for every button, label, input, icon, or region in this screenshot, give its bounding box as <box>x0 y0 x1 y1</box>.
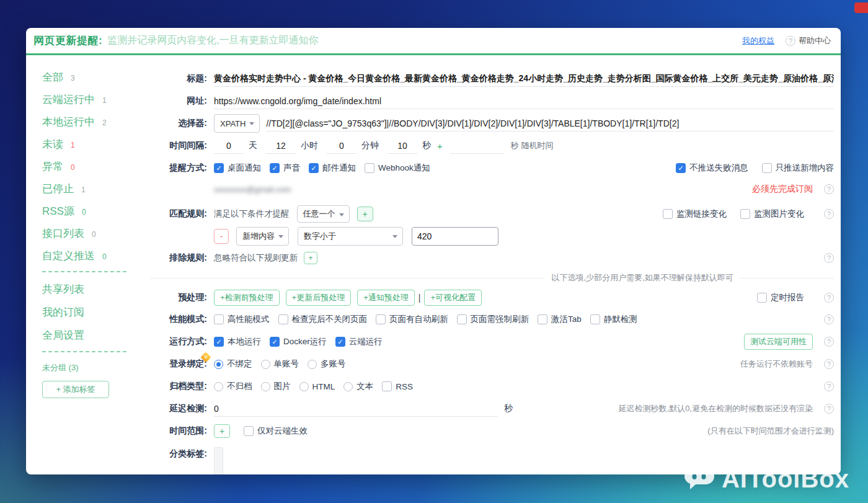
condition-operator-select[interactable]: 数字小于 <box>298 227 403 246</box>
help-icon[interactable]: ? <box>824 337 834 347</box>
no-binding-option[interactable]: 不绑定 <box>214 358 252 370</box>
cloud-run-option[interactable]: 云端运行 <box>335 336 383 347</box>
desktop-notify-option[interactable]: 桌面通知 <box>214 162 261 174</box>
multi-account-option[interactable]: 多账号 <box>308 358 346 370</box>
add-random-icon[interactable]: + <box>437 141 443 151</box>
checkbox-icon[interactable] <box>214 337 224 347</box>
rss-archive-option[interactable]: RSS <box>382 381 413 391</box>
interval-seconds-input[interactable] <box>388 138 417 154</box>
radio-icon[interactable] <box>261 360 270 369</box>
radio-icon[interactable] <box>343 382 353 391</box>
ungrouped-label[interactable]: 未分组 (3) <box>42 362 150 373</box>
checkbox-icon[interactable] <box>244 426 254 436</box>
sidebar-item-stopped[interactable]: 已停止1 <box>42 182 150 196</box>
visual-config-button[interactable]: +可视化配置 <box>424 290 482 306</box>
help-icon[interactable]: ? <box>824 314 834 324</box>
add-tag-button[interactable]: + 添加标签 <box>42 381 109 398</box>
checkbox-icon[interactable] <box>676 163 686 173</box>
checkbox-icon[interactable] <box>270 337 280 347</box>
match-mode-select[interactable]: 任意一个 <box>297 205 350 223</box>
post-update-preprocess-button[interactable]: +更新后预处理 <box>286 290 352 306</box>
only-new-content-option[interactable]: 只推送新增内容 <box>762 162 835 174</box>
docker-run-option[interactable]: Docker运行 <box>270 336 327 347</box>
test-cloud-availability-button[interactable]: 测试云端可用性 <box>744 334 813 350</box>
single-account-option[interactable]: 单账号 <box>261 358 299 370</box>
interval-days-input[interactable] <box>214 138 244 154</box>
checkbox-icon[interactable] <box>335 337 345 347</box>
pre-check-preprocess-button[interactable]: +检测前预处理 <box>214 290 280 306</box>
sidebar-item-rss[interactable]: RSS源0 <box>42 204 150 218</box>
help-center-link[interactable]: ? 帮助中心 <box>786 35 831 47</box>
tags-input[interactable] <box>214 447 223 474</box>
checkbox-icon[interactable] <box>270 163 280 173</box>
monitor-image-change-option[interactable]: 监测图片变化 <box>740 208 804 220</box>
random-seconds-input[interactable] <box>450 138 505 154</box>
delay-seconds-input[interactable] <box>214 401 498 417</box>
checkbox-icon[interactable] <box>663 209 673 219</box>
help-icon[interactable]: ? <box>824 184 834 194</box>
sidebar-item-local-running[interactable]: 本地运行中2 <box>42 115 150 129</box>
checkbox-icon[interactable] <box>757 293 767 303</box>
checkbox-icon[interactable] <box>538 314 547 324</box>
checkbox-icon[interactable] <box>214 314 224 324</box>
selector-input[interactable] <box>266 115 834 131</box>
force-refresh-page-option[interactable]: 页面需强制刷新 <box>457 314 529 325</box>
radio-icon[interactable] <box>299 382 309 391</box>
checkbox-icon[interactable] <box>590 314 600 324</box>
no-fail-push-option[interactable]: 不推送失败消息 <box>676 162 748 174</box>
notify-preprocess-button[interactable]: +通知预处理 <box>357 290 415 306</box>
checkbox-icon[interactable] <box>457 314 467 324</box>
radio-icon[interactable] <box>214 360 223 369</box>
help-icon[interactable]: ? <box>824 253 834 263</box>
cloud-only-option[interactable]: 仅对云端生效 <box>244 425 308 437</box>
checkbox-icon[interactable] <box>740 209 750 219</box>
add-condition-button[interactable]: + <box>357 207 373 221</box>
sidebar-item-cloud-running[interactable]: 云端运行中1 <box>42 92 150 107</box>
sidebar-item-api-list[interactable]: 接口列表0 <box>42 226 150 241</box>
add-time-range-button[interactable]: + <box>214 424 230 438</box>
checkbox-icon[interactable] <box>214 163 224 173</box>
help-icon[interactable]: ? <box>824 359 834 369</box>
interval-minutes-input[interactable] <box>327 138 356 154</box>
interval-hours-input[interactable] <box>266 138 296 154</box>
webhook-notify-option[interactable]: Webhook通知 <box>365 162 430 174</box>
selector-type-select[interactable]: XPATH <box>214 114 260 133</box>
remove-condition-button[interactable]: - <box>214 229 229 244</box>
radio-icon[interactable] <box>308 360 317 369</box>
checkbox-icon[interactable] <box>382 381 392 391</box>
sidebar-item-global-settings[interactable]: 全局设置 <box>42 328 150 342</box>
local-run-option[interactable]: 本地运行 <box>214 336 261 347</box>
checkbox-icon[interactable] <box>762 163 772 173</box>
sidebar-item-shared-list[interactable]: 共享列表 <box>42 282 150 296</box>
title-input[interactable] <box>214 71 834 87</box>
radio-icon[interactable] <box>261 382 270 391</box>
sound-option[interactable]: 声音 <box>270 162 300 174</box>
keep-page-open-option[interactable]: 检查完后不关闭页面 <box>278 314 368 325</box>
help-icon[interactable]: ? <box>824 404 834 414</box>
sidebar-item-my-subscriptions[interactable]: 我的订阅 <box>42 305 150 319</box>
my-benefits-link[interactable]: 我的权益 <box>742 35 774 47</box>
silent-check-option[interactable]: 静默检测 <box>590 314 637 325</box>
help-icon[interactable]: ? <box>824 209 834 219</box>
activate-tab-option[interactable]: 激活Tab <box>538 314 582 325</box>
add-exclude-rule-button[interactable]: + <box>304 252 317 264</box>
sidebar-item-all[interactable]: 全部3 <box>42 70 150 84</box>
checkbox-icon[interactable] <box>365 163 374 173</box>
text-archive-option[interactable]: 文本 <box>343 381 373 392</box>
sidebar-item-custom-push[interactable]: 自定义推送0 <box>42 249 150 263</box>
image-archive-option[interactable]: 图片 <box>261 381 291 392</box>
email-notify-option[interactable]: 邮件通知 <box>309 162 356 174</box>
checkbox-icon[interactable] <box>376 314 386 324</box>
checkbox-icon[interactable] <box>278 314 288 324</box>
auto-refresh-page-option[interactable]: 页面有自动刷新 <box>376 314 448 325</box>
sidebar-item-unread[interactable]: 未读1 <box>42 137 150 151</box>
sidebar-item-error[interactable]: 异常0 <box>42 159 150 174</box>
condition-field-select[interactable]: 新增内容 <box>236 227 289 246</box>
url-input[interactable] <box>214 93 834 109</box>
condition-value-input[interactable] <box>412 227 498 246</box>
scheduled-report-option[interactable]: 定时报告 <box>757 292 804 303</box>
html-archive-option[interactable]: HTML <box>299 382 335 391</box>
no-archive-option[interactable]: 不归档 <box>214 381 252 392</box>
radio-icon[interactable] <box>214 382 223 391</box>
monitor-link-change-option[interactable]: 监测链接变化 <box>663 208 727 220</box>
